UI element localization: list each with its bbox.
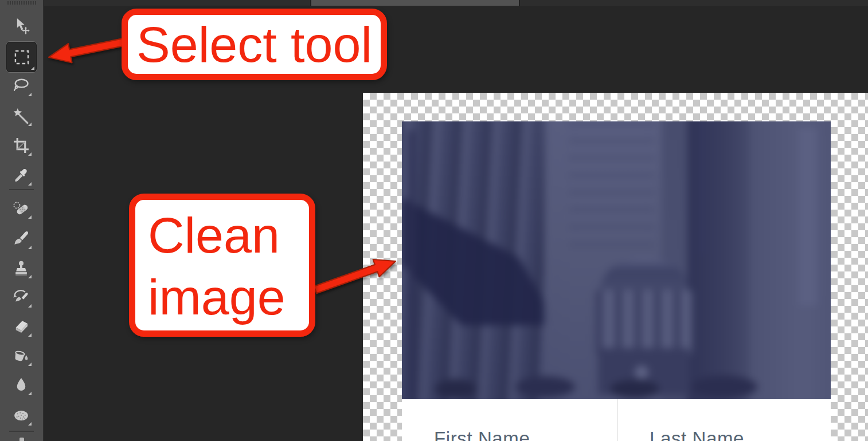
tool-eraser[interactable] bbox=[9, 314, 34, 339]
flyout-indicator bbox=[28, 333, 32, 337]
select-tool-callout: Select tool bbox=[122, 9, 387, 80]
tool-brush[interactable] bbox=[9, 226, 34, 251]
photo-artwork bbox=[402, 121, 831, 399]
active-document-tab[interactable] bbox=[311, 0, 519, 6]
select-tool-callout-text: Select tool bbox=[136, 15, 372, 74]
flyout-indicator bbox=[31, 66, 34, 70]
clean-image-arrow bbox=[310, 250, 401, 298]
flyout-indicator bbox=[28, 123, 32, 126]
flyout-indicator bbox=[28, 182, 32, 186]
photo-editor-window: { "window": { "description": "image edit… bbox=[0, 0, 868, 441]
document-form-section[interactable]: First Name Last Name bbox=[402, 399, 831, 441]
tool-partially-visible[interactable] bbox=[19, 438, 24, 441]
flyout-indicator bbox=[28, 275, 32, 278]
form-column-divider bbox=[617, 399, 618, 441]
tool-lasso[interactable] bbox=[9, 73, 34, 99]
tool-magic-wand[interactable] bbox=[9, 103, 34, 128]
tool-move[interactable] bbox=[9, 13, 34, 38]
flyout-indicator bbox=[28, 246, 32, 249]
flyout-indicator bbox=[28, 93, 32, 96]
tool-clone-stamp[interactable] bbox=[9, 255, 34, 281]
last-name-label: Last Name bbox=[650, 428, 744, 441]
move-tool-icon bbox=[12, 17, 30, 35]
flyout-indicator bbox=[28, 304, 32, 308]
flyout-indicator bbox=[28, 363, 32, 366]
tool-crop[interactable] bbox=[9, 133, 34, 158]
tab-divider bbox=[519, 0, 520, 6]
tool-eyedropper[interactable] bbox=[9, 163, 34, 188]
document-tab-bar[interactable] bbox=[43, 0, 868, 6]
tool-separator bbox=[9, 189, 34, 190]
flyout-indicator bbox=[28, 422, 32, 426]
document-photo-layer[interactable] bbox=[402, 121, 831, 399]
tool-panel bbox=[0, 0, 44, 441]
flyout-indicator bbox=[28, 215, 32, 219]
panel-grip[interactable] bbox=[7, 1, 36, 5]
clean-image-callout-line2: image bbox=[148, 266, 309, 328]
first-name-label: First Name bbox=[434, 428, 530, 441]
clean-image-callout: Clean image bbox=[129, 194, 315, 337]
tool-rectangular-marquee[interactable] bbox=[6, 41, 37, 73]
flyout-indicator bbox=[28, 152, 32, 156]
tool-history-brush[interactable] bbox=[9, 285, 34, 310]
tool-healing-brush[interactable] bbox=[9, 196, 34, 221]
tool-paint-bucket[interactable] bbox=[9, 343, 34, 368]
tab-divider bbox=[310, 0, 311, 6]
clean-image-callout-line1: Clean bbox=[148, 204, 309, 266]
tool-blur[interactable] bbox=[9, 372, 34, 397]
tool-sponge[interactable] bbox=[9, 403, 34, 428]
flyout-indicator bbox=[28, 392, 32, 395]
select-tool-arrow bbox=[43, 32, 129, 66]
marquee-tool-icon bbox=[13, 48, 31, 66]
tool-separator bbox=[9, 431, 34, 432]
